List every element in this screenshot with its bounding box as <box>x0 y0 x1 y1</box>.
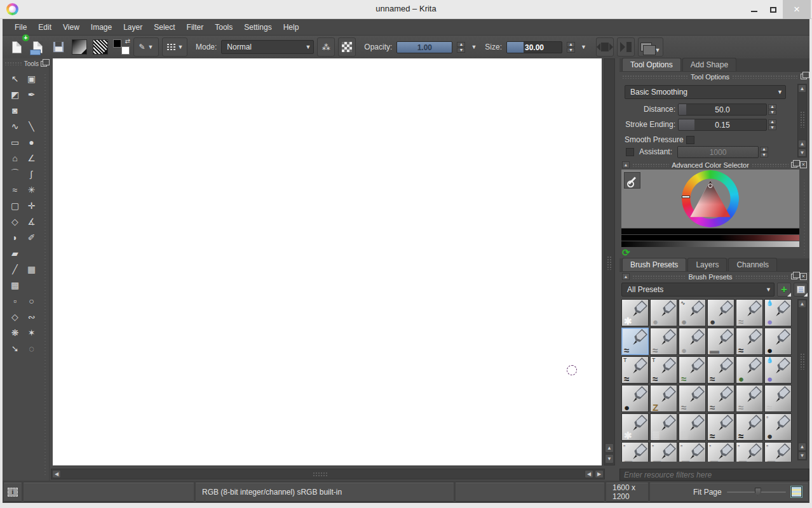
menu-item[interactable]: Help <box>278 20 305 34</box>
docker-resize-handle[interactable] <box>802 180 807 256</box>
canvas-vertical-scrollbar[interactable]: ▲ ▼ <box>604 58 615 465</box>
float-docker-icon[interactable] <box>791 162 797 168</box>
brush-preset-tile[interactable]: ≈ <box>679 356 706 384</box>
palette-chooser-button[interactable]: ▼ <box>162 37 187 57</box>
scroll-right-button[interactable]: ▶ <box>595 470 604 478</box>
menu-item[interactable]: View <box>57 20 85 34</box>
ellipse-tool[interactable]: ● <box>24 135 39 150</box>
opacity-dropdown-arrow[interactable]: ▼ <box>471 44 477 50</box>
paint-bucket-tool[interactable]: ◗ <box>7 230 23 245</box>
brush-preset-tile[interactable]: ▫ ▦ <box>707 442 734 462</box>
menu-item[interactable]: File <box>9 20 32 34</box>
docker-tab[interactable]: Brush Presets <box>622 258 686 271</box>
bezier-curve-tool[interactable]: ⌒ <box>7 166 23 182</box>
opacity-slider[interactable]: 1.00 <box>396 41 452 53</box>
scroll-down-button[interactable]: ▼ <box>798 149 806 157</box>
display-mode-button[interactable] <box>794 283 808 297</box>
add-tag-button[interactable]: + <box>777 283 791 297</box>
scrollbar-grip[interactable] <box>800 353 806 370</box>
distance-spinner[interactable]: ▲▼ <box>768 104 776 115</box>
brush-preset-tile[interactable]: ▫ ▦ <box>650 442 677 462</box>
magnetic-select-tool[interactable]: ◌ <box>24 341 39 356</box>
pattern-chooser-button[interactable] <box>91 37 109 57</box>
brush-preset-tile[interactable]: T ≈ <box>650 356 677 384</box>
collapse-docker-icon[interactable]: ▲ <box>622 273 630 280</box>
mirror-horizontal-button[interactable] <box>596 37 614 57</box>
brush-preset-tile[interactable]: ▫ ▦ <box>679 442 706 462</box>
canvas[interactable] <box>53 58 602 465</box>
gradient-tool[interactable]: ▰ <box>7 246 23 261</box>
brush-preset-tile[interactable]: 💧 ● <box>764 299 792 326</box>
brush-preset-tile[interactable]: ✱ <box>621 413 649 441</box>
value-gradient-strip[interactable] <box>621 241 799 247</box>
path-select-tool[interactable]: ➘ <box>7 341 23 356</box>
scroll-up-button[interactable]: ▲ <box>605 443 614 453</box>
contiguous-select-tool[interactable]: ❋ <box>7 325 23 340</box>
brush-preset-tile[interactable]: ▫ ▦ <box>621 442 649 462</box>
scroll-up-button-2[interactable]: ▲ <box>798 140 806 148</box>
fill-color-tool[interactable]: ◙ <box>7 103 23 118</box>
presets-scrollbar[interactable]: ▲ ▲ ▼ <box>797 299 807 460</box>
distance-spinbox[interactable]: 50.0 <box>678 104 767 116</box>
assistant-checkbox[interactable] <box>626 148 634 156</box>
preset-filter-select[interactable]: All Presets ▼ <box>621 283 775 297</box>
docker-resize-handle[interactable] <box>43 74 48 476</box>
crop-tool[interactable]: ▢ <box>7 198 23 213</box>
resource-filter-input[interactable] <box>619 469 809 481</box>
move-tool[interactable]: ✛ <box>24 198 39 213</box>
zoom-canvas-button[interactable] <box>791 486 802 497</box>
close-docker-icon[interactable]: × <box>800 273 807 280</box>
brush-preset-tile[interactable]: ▫ ▦ <box>736 442 763 462</box>
maximize-button[interactable] <box>764 0 783 19</box>
brush-preset-tile[interactable]: ≈ <box>707 356 734 384</box>
background-color-swatch[interactable] <box>121 46 130 55</box>
freehand-path-tool[interactable]: ∫ <box>24 166 39 182</box>
brush-preset-tile[interactable]: ▫ ● <box>764 413 792 441</box>
scroll-left-button-2[interactable]: ◀ <box>585 470 593 478</box>
workspace-chooser-button[interactable]: ▼ <box>638 37 663 57</box>
mirror-vertical-button[interactable] <box>617 37 635 57</box>
color-selector-area[interactable] <box>621 170 799 228</box>
brush-preset-tile[interactable]: ≈ <box>736 413 763 441</box>
assistant-spinner[interactable]: ▲▼ <box>760 147 768 157</box>
float-docker-icon[interactable] <box>791 274 797 279</box>
brush-preset-tile[interactable]: ≈ <box>736 385 763 412</box>
zoom-slider-thumb[interactable] <box>755 488 761 496</box>
brush-chooser-button[interactable]: ✎▼ <box>133 37 159 57</box>
multibrush-tool[interactable]: ✳ <box>24 182 39 197</box>
stroke-ending-spinbox[interactable]: 0.15 <box>678 119 767 131</box>
scroll-down-button[interactable]: ▼ <box>605 454 614 464</box>
brush-preset-tile[interactable]: ≈ <box>736 328 763 355</box>
scroll-up-button[interactable]: ▲ <box>798 84 806 93</box>
foreground-color-swatch[interactable] <box>113 39 121 48</box>
brush-preset-tile[interactable]: T ≈ <box>621 356 649 384</box>
foreground-background-colors[interactable]: ⇄ <box>112 39 130 55</box>
minimize-button[interactable] <box>745 0 764 19</box>
brush-preset-tile[interactable]: ✱ <box>621 299 649 326</box>
size-spinner[interactable]: ▲▼ <box>567 42 575 53</box>
magic-wand-select-tool[interactable]: ✶ <box>24 325 39 340</box>
brush-preset-tile[interactable]: ● <box>679 328 706 355</box>
refresh-colors-icon[interactable]: ⟳ <box>622 248 630 258</box>
stroke-ending-spinner[interactable]: ▲▼ <box>768 119 776 130</box>
polyline-tool[interactable]: ∠ <box>24 150 39 166</box>
red-gradient-strip[interactable] <box>621 235 799 241</box>
measure-tool[interactable]: ∡ <box>24 214 39 229</box>
swap-colors-icon[interactable]: ⇄ <box>125 37 130 44</box>
scroll-left-button[interactable]: ◀ <box>52 470 61 478</box>
elliptical-select-tool[interactable]: ○ <box>24 293 39 309</box>
gradient-chooser-button[interactable] <box>71 37 88 57</box>
scrollbar-grip[interactable] <box>313 472 328 478</box>
brush-preset-tile[interactable]: ∿ ● <box>679 299 706 326</box>
brush-preset-tile[interactable]: ▬ <box>707 328 734 355</box>
smoothing-mode-select[interactable]: Basic Smoothing ▼ <box>625 85 786 99</box>
perspective-grid-tool[interactable]: ▦ <box>24 262 39 277</box>
docker-tab[interactable]: Tool Options <box>622 58 681 71</box>
line-tool[interactable]: ╲ <box>24 119 39 134</box>
canvas-horizontal-scrollbar[interactable]: ◀ ◀ ▶ <box>51 469 605 479</box>
menu-item[interactable]: Layer <box>118 20 148 34</box>
rectangular-select-tool[interactable]: ▫ <box>7 293 23 309</box>
docker-tab[interactable]: Layers <box>687 258 727 271</box>
assistant-spinbox[interactable]: 1000 <box>677 146 759 158</box>
selection-info-button[interactable]: i <box>4 483 22 502</box>
